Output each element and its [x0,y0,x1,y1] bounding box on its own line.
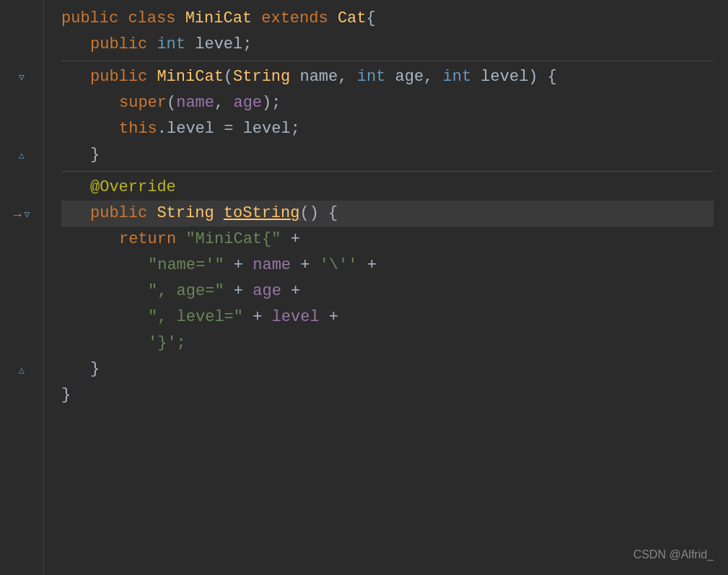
code-tokens: } [61,382,71,408]
divider [61,171,714,172]
code-tokens: @Override [90,175,176,200]
code-line: public MiniCat(String name, int age, int… [61,64,714,90]
token-plain: + [281,230,299,248]
gutter-row: △ [0,358,43,384]
code-tokens: } [90,142,100,167]
token-kw: class [128,9,185,27]
token-plain: { [367,9,376,27]
code-line: super(name, age); [61,90,714,116]
token-var: level [272,308,320,326]
token-kw: public [90,68,157,86]
gutter-row: ▽ [0,65,43,91]
code-tokens: super(name, age); [119,90,281,115]
token-plain: + [281,282,300,300]
token-plain: , [424,68,442,86]
gutter-border [43,0,44,575]
token-string: "name='" [148,256,224,274]
token-kw: public [90,204,157,222]
token-param-name: age [395,68,424,86]
code-line: public String toString() { [61,201,714,227]
token-char: '\'' [320,256,358,274]
token-kw-blue: int [443,68,481,86]
token-class-name: MiniCat [185,9,262,27]
token-kw: extends [261,9,338,27]
token-plain: ( [167,94,176,112]
token-annotation: @Override [90,178,176,196]
code-tokens: this.level = level; [119,116,300,141]
code-tokens: public MiniCat(String name, int age, int… [90,64,557,89]
token-override-method: toString [224,204,300,222]
code-tokens: return "MiniCat{" + [119,227,300,252]
token-param-name: level [481,68,528,86]
code-tokens: public String toString() { [90,201,338,226]
code-tokens: } [90,356,100,382]
token-plain: + [224,256,253,274]
token-plain: } [61,386,71,404]
token-var: name [176,94,214,112]
code-tokens: '}'; [148,330,186,356]
token-plain: + [243,308,272,326]
fold-icon[interactable]: ▽ [19,71,25,86]
token-string: "MiniCat{" [185,230,281,248]
token-var: name [253,256,291,274]
token-plain: } [90,360,100,378]
code-content: public class MiniCat extends Cat{public … [47,0,728,575]
code-line: } [61,382,714,408]
code-tokens: ", age=" + age + [148,278,300,304]
code-line: @Override [61,175,714,201]
token-kw: this [119,120,157,138]
watermark: CSDN @Alfrid_ [633,545,714,564]
token-plain: ) { [528,68,557,86]
code-line: public int level; [61,32,714,58]
token-plain: + [320,308,338,326]
code-line: } [61,142,714,168]
code-tokens: public int level; [90,32,252,57]
token-string: ", age=" [148,282,224,300]
token-plain: level [195,35,242,53]
code-line: this.level = level; [61,116,714,142]
token-class-name: String [233,68,299,86]
token-kw-blue: int [157,35,195,53]
token-plain: + [224,282,253,300]
token-char: '}'; [148,334,186,352]
code-tokens: public class MiniCat extends Cat{ [61,6,376,31]
code-line: } [61,356,714,382]
token-plain: ); [262,94,281,112]
code-line: public class MiniCat extends Cat{ [61,6,714,32]
token-plain: () { [299,204,338,222]
code-line: ", level=" + level + [61,304,714,330]
token-var: age [233,94,262,112]
token-plain: + [291,256,320,274]
token-plain: } [90,146,100,164]
token-method-name: MiniCat [157,68,223,86]
token-plain: , [214,94,233,112]
token-kw: super [119,94,167,112]
code-line: return "MiniCat{" + [61,227,714,253]
gutter-row: →▽ [0,202,43,228]
code-line: ", age=" + age + [61,278,714,304]
token-plain: , [338,68,356,86]
fold-close-icon[interactable]: △ [19,364,25,379]
code-line: '}'; [61,330,714,356]
token-var: age [253,282,281,300]
code-editor: public class MiniCat extends Cat{public … [0,0,728,575]
divider [61,61,714,61]
token-kw-blue: int [357,68,395,86]
token-class-name: Cat [338,9,367,27]
arrow-icon: → [14,205,22,226]
gutter-row: △ [0,143,43,169]
code-tokens: ", level=" + level + [148,304,338,330]
code-line: "name='" + name + '\'' + [61,253,714,278]
code-tokens: "name='" + name + '\'' + [148,253,377,278]
fold-close-icon[interactable]: △ [19,149,25,164]
token-class-name: String [157,204,223,222]
token-plain: ( [224,68,233,86]
token-kw: public [61,9,128,27]
fold-icon[interactable]: ▽ [24,208,30,223]
gutter: ▽△→▽△ [0,0,43,575]
token-plain: .level = level; [157,120,300,138]
token-string: ", level=" [148,308,243,326]
token-plain: + [357,256,376,274]
token-param-name: name [299,68,338,86]
token-plain: ; [242,35,252,53]
